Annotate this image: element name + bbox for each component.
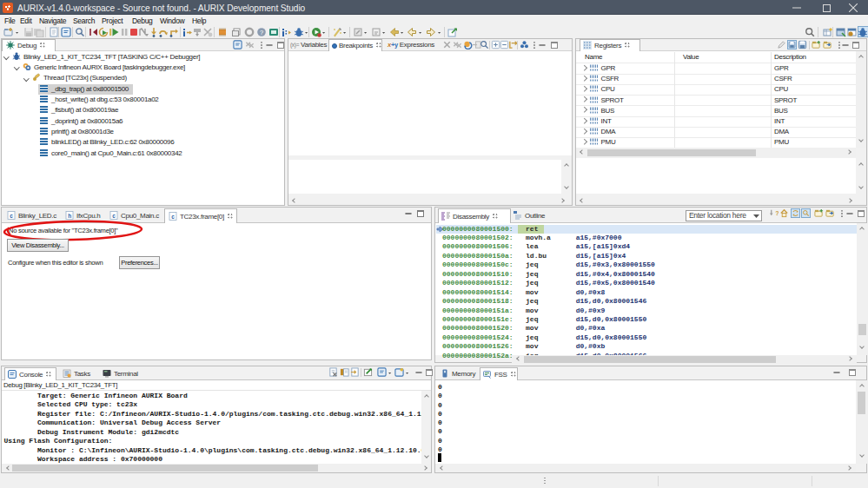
svg-text:?: ? [260, 29, 263, 36]
svg-text:?: ? [775, 209, 779, 217]
svg-text:h: h [68, 213, 71, 219]
